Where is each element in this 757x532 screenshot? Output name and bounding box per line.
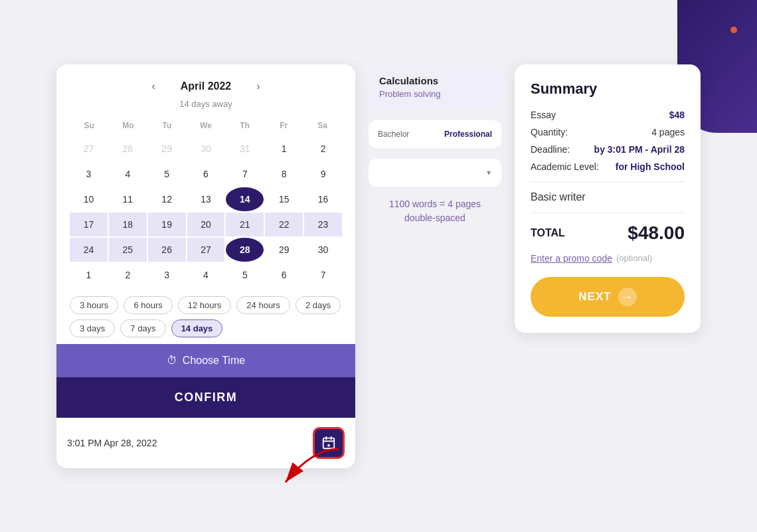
dropdown-arrow-icon: ▾	[487, 168, 491, 177]
next-arrow-icon: →	[618, 288, 637, 306]
cal-cell[interactable]: 20	[187, 213, 225, 236]
choose-time-button[interactable]: ⏱ Choose Time	[56, 344, 355, 377]
total-row: TOTAL $48.00	[531, 222, 685, 244]
day-headers: Su Mo Tu We Th Fr Sa	[70, 118, 342, 133]
cal-cell[interactable]: 8	[265, 162, 303, 186]
quick-option-6[interactable]: 7 days	[120, 319, 165, 337]
cal-cell[interactable]: 28	[226, 238, 264, 262]
summary-title: Summary	[531, 80, 685, 98]
next-label: NEXT	[578, 290, 611, 304]
cal-cell[interactable]: 1	[70, 263, 108, 287]
quick-option-7[interactable]: 14 days	[171, 319, 223, 337]
cal-cell[interactable]: 30	[304, 238, 342, 262]
total-value: $48.00	[628, 222, 685, 244]
cal-cell[interactable]: 2	[304, 137, 342, 161]
cal-cell[interactable]: 24	[70, 238, 108, 262]
words-info: 1100 words = 4 pages double-spaced	[369, 197, 501, 225]
quick-option-5[interactable]: 3 days	[70, 319, 115, 337]
cal-cell[interactable]: 4	[187, 263, 225, 287]
quick-option-3[interactable]: 24 hours	[236, 296, 290, 314]
academic-value: for High School	[616, 161, 685, 172]
cal-cell[interactable]: 12	[148, 187, 186, 211]
quick-option-0[interactable]: 3 hours	[70, 296, 118, 314]
quick-option-2[interactable]: 12 hours	[178, 296, 232, 314]
cal-cell[interactable]: 13	[187, 187, 225, 211]
quantity-row: Quantity: 4 pages	[531, 127, 685, 137]
cal-cell[interactable]: 7	[304, 263, 342, 287]
academic-row: Academic Level: for High School	[531, 161, 685, 172]
deadline-row: Deadline: by 3:01 PM - April 28	[531, 144, 685, 155]
academic-label: Academic Level:	[531, 161, 599, 172]
cal-cell[interactable]: 25	[109, 238, 147, 262]
cal-cell[interactable]: 11	[109, 187, 147, 211]
professional-option[interactable]: Professional	[444, 130, 492, 139]
calendar-icon-button[interactable]	[313, 427, 345, 459]
cal-cell[interactable]: 1	[265, 137, 303, 161]
calendar-footer: 3:01 PM Apr 28, 2022	[56, 418, 355, 468]
next-button[interactable]: NEXT →	[531, 277, 685, 317]
cal-cell[interactable]: 2	[109, 263, 147, 287]
divider-1	[531, 181, 685, 182]
essay-price: $48	[669, 110, 685, 120]
quantity-label: Quantity:	[531, 127, 568, 137]
cal-cell[interactable]: 31	[226, 137, 264, 161]
summary-card: Summary Essay $48 Quantity: 4 pages Dead…	[515, 64, 701, 333]
cal-cell[interactable]: 26	[148, 238, 186, 262]
confirm-button[interactable]: CONFIRM	[56, 377, 355, 418]
quick-option-1[interactable]: 6 hours	[124, 296, 172, 314]
cal-cell[interactable]: 30	[187, 137, 225, 161]
cal-cell[interactable]: 27	[70, 137, 108, 161]
topic-card[interactable]: Calculations Problem solving	[369, 64, 501, 110]
basic-writer-label: Basic writer	[531, 191, 586, 203]
cal-cell[interactable]: 29	[148, 137, 186, 161]
dropdown-card[interactable]: ▾	[369, 159, 501, 187]
bachelor-option[interactable]: Bachelor	[378, 130, 409, 139]
writer-level-card: Bachelor Professional	[369, 120, 501, 148]
words-line1: 1100 words = 4 pages	[369, 197, 501, 211]
cal-cell[interactable]: 9	[304, 162, 342, 186]
topic-subtitle: Problem solving	[379, 89, 491, 99]
prev-month-button[interactable]: ‹	[146, 78, 160, 95]
quick-options: 3 hours6 hours12 hours24 hours2 days3 da…	[70, 287, 342, 344]
cal-cell[interactable]: 19	[148, 213, 186, 236]
cal-cell[interactable]: 18	[109, 213, 147, 236]
middle-section: Calculations Problem solving Bachelor Pr…	[369, 64, 501, 225]
cal-cell[interactable]: 3	[148, 263, 186, 287]
promo-link[interactable]: Enter a promo code	[531, 253, 612, 264]
next-month-button[interactable]: ›	[251, 78, 265, 95]
calendar-grid: 2728293031123456789101112131415161718192…	[70, 137, 342, 287]
cal-cell[interactable]: 29	[265, 238, 303, 262]
cal-cell[interactable]: 10	[70, 187, 108, 211]
cal-cell[interactable]: 16	[304, 187, 342, 211]
calendar-header: ‹ April 2022 ›	[70, 78, 342, 95]
topic-title: Calculations	[379, 75, 491, 86]
day-header-tu: Tu	[147, 118, 187, 133]
cal-cell[interactable]: 5	[226, 263, 264, 287]
decoration-dot	[730, 27, 737, 33]
deadline-value: by 3:01 PM - April 28	[594, 144, 685, 155]
cal-cell[interactable]: 14	[226, 187, 264, 211]
cal-cell[interactable]: 6	[265, 263, 303, 287]
divider-2	[531, 213, 685, 213]
quick-option-4[interactable]: 2 days	[295, 296, 341, 314]
cal-cell[interactable]: 22	[265, 213, 303, 236]
day-header-we: We	[187, 118, 226, 133]
cal-cell[interactable]: 7	[226, 162, 264, 186]
cal-cell[interactable]: 4	[109, 162, 147, 186]
cal-cell[interactable]: 6	[187, 162, 225, 186]
cal-cell[interactable]: 3	[70, 162, 108, 186]
cal-cell[interactable]: 28	[109, 137, 147, 161]
cal-cell[interactable]: 27	[187, 238, 225, 262]
promo-row: Enter a promo code (optional)	[531, 253, 685, 264]
confirm-label: CONFIRM	[175, 391, 238, 404]
main-container: ‹ April 2022 › 14 days away Su Mo Tu We …	[43, 51, 714, 482]
essay-row: Essay $48	[531, 110, 685, 120]
cal-cell[interactable]: 17	[70, 213, 108, 236]
cal-cell[interactable]: 21	[226, 213, 264, 236]
cal-cell[interactable]: 15	[265, 187, 303, 211]
cal-cell[interactable]: 5	[148, 162, 186, 186]
promo-optional: (optional)	[616, 253, 652, 263]
cal-cell[interactable]: 23	[304, 213, 342, 236]
day-header-th: Th	[225, 118, 264, 133]
day-header-mo: Mo	[109, 118, 148, 133]
